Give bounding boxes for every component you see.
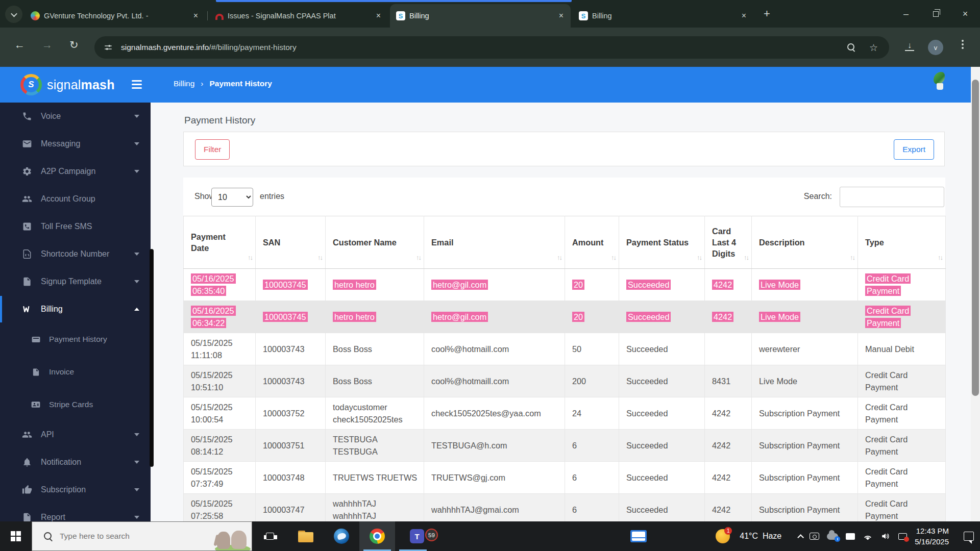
sidebar-item-payment-history[interactable]: Payment History — [0, 323, 151, 356]
column-header[interactable]: Payment Status ↑↓ — [619, 216, 705, 269]
table-row[interactable]: 05/15/2025 11:11:08 100003743 Boss Boss … — [184, 333, 946, 365]
taskbar-clock[interactable]: 12:43 PM 5/16/2025 — [915, 525, 949, 547]
sync-tray-icon[interactable] — [898, 533, 907, 540]
volume-icon[interactable] — [880, 532, 891, 541]
tab-issues[interactable]: Issues - SignalMash CPAAS Plat × — [209, 4, 388, 28]
window-minimize-button[interactable]: – — [891, 9, 921, 19]
sort-icon[interactable]: ↑↓ — [744, 253, 748, 262]
url-text[interactable]: signalmash.gventure.info/#/billing/payme… — [121, 43, 847, 52]
column-header[interactable]: Card Last 4 Digits ↑↓ — [705, 216, 752, 269]
column-header[interactable]: Type ↑↓ — [858, 216, 946, 269]
close-tab-icon[interactable]: × — [191, 11, 200, 20]
hamburger-menu-icon[interactable] — [132, 80, 142, 82]
search-icon[interactable] — [847, 43, 856, 52]
sidebar-item-voice[interactable]: Voice — [0, 103, 151, 130]
filter-button[interactable]: Filter — [195, 139, 230, 160]
column-header[interactable]: Email ↑↓ — [424, 216, 565, 269]
start-button[interactable] — [0, 531, 32, 541]
column-header[interactable]: Customer Name ↑↓ — [326, 216, 424, 269]
page-scrollbar[interactable] — [971, 67, 980, 521]
table-row[interactable]: 05/15/2025 07:37:49 100003748 TRUETWS TR… — [184, 462, 946, 494]
tab-search-button[interactable] — [5, 6, 22, 23]
scrollbar-thumb[interactable] — [972, 80, 979, 396]
sort-icon[interactable]: ↑↓ — [697, 253, 701, 262]
table-row[interactable]: 05/15/2025 10:51:10 100003743 Boss Boss … — [184, 365, 946, 397]
reload-button[interactable]: ↻ — [69, 39, 79, 51]
teams-button[interactable]: T 59 — [395, 521, 439, 551]
tab-gventure[interactable]: GVenture Technology Pvt. Ltd. - × — [24, 4, 205, 28]
tab-billing-2[interactable]: S Billing × — [573, 4, 753, 28]
window-restore-button[interactable] — [921, 9, 950, 19]
forward-button[interactable]: → — [42, 39, 53, 51]
sidebar-item-subscription[interactable]: Subscription — [0, 476, 151, 504]
sidebar-item-stripe-cards[interactable]: Stripe Cards — [0, 388, 151, 421]
header-avatar-image[interactable] — [933, 72, 948, 91]
back-button[interactable]: ← — [14, 39, 25, 51]
breadcrumb-section[interactable]: Billing — [174, 79, 194, 88]
sidebar-item-account-group[interactable]: Account Group — [0, 185, 151, 213]
new-tab-button[interactable]: + — [764, 7, 770, 20]
touch-keyboard-icon[interactable] — [630, 530, 647, 542]
taskbar-search[interactable] — [32, 521, 252, 551]
weather-text[interactable]: 41°C Haze — [740, 532, 781, 541]
window-close-button[interactable]: × — [950, 9, 980, 19]
sidebar-item-billing[interactable]: Billing — [0, 295, 151, 323]
sort-icon[interactable]: ↑↓ — [938, 253, 942, 262]
task-view-button[interactable] — [252, 521, 288, 551]
page-size-select[interactable]: 10 — [211, 188, 253, 207]
sort-icon[interactable]: ↑↓ — [248, 253, 252, 262]
cell-payment-date: 05/15/2025 07:37:49 — [184, 462, 256, 494]
file-explorer-button[interactable] — [288, 521, 324, 551]
sidebar-item-shortcode-number[interactable]: Shortcode Number — [0, 240, 151, 268]
sidebar-item-notification[interactable]: Notification — [0, 448, 151, 476]
wifi-icon[interactable] — [863, 533, 873, 540]
site-info-icon[interactable] — [104, 43, 113, 52]
tab-title: Billing — [409, 12, 553, 20]
address-bar[interactable]: signalmash.gventure.info/#/billing/payme… — [94, 36, 889, 59]
onedrive-icon[interactable] — [827, 533, 838, 540]
table-row[interactable]: 05/15/2025 08:14:12 100003751 TESTBUGA T… — [184, 430, 946, 462]
sidebar-item-signup-template[interactable]: Signup Template — [0, 268, 151, 295]
close-tab-icon[interactable]: × — [740, 11, 748, 20]
downloads-icon[interactable]: ↓ — [905, 42, 914, 51]
table-row[interactable]: 05/15/2025 10:00:54 100003752 todaycusto… — [184, 397, 946, 430]
camera-tray-icon[interactable] — [810, 533, 819, 540]
taskbar-search-input[interactable] — [60, 532, 214, 541]
tray-expand-icon[interactable] — [798, 534, 804, 541]
column-header[interactable]: Description ↑↓ — [752, 216, 858, 269]
thunderbird-button[interactable] — [324, 521, 359, 551]
profile-avatar[interactable]: v — [928, 40, 943, 55]
sidebar-item-api[interactable]: API — [0, 421, 151, 448]
bell-icon — [21, 457, 33, 467]
table-row[interactable]: 05/16/2025 06:34:22 100003745 hetro hetr… — [184, 301, 946, 333]
sidebar-item-invoice[interactable]: Invoice — [0, 356, 151, 388]
sidebar-scrollbar[interactable] — [150, 249, 154, 467]
close-tab-icon[interactable]: × — [374, 11, 383, 20]
sidebar-item-toll-free-sms[interactable]: Toll Free SMS — [0, 213, 151, 240]
sort-icon[interactable]: ↑↓ — [317, 253, 322, 262]
sidebar-item-messaging[interactable]: Messaging — [0, 130, 151, 158]
browser-menu-icon[interactable] — [962, 43, 964, 45]
sort-icon[interactable]: ↑↓ — [611, 253, 616, 262]
signalmash-logo[interactable]: signalmash — [20, 74, 115, 95]
weather-icon[interactable]: 1 — [716, 529, 730, 543]
sort-icon[interactable]: ↑↓ — [416, 253, 421, 262]
bookmark-star-icon[interactable]: ☆ — [869, 42, 878, 54]
display-tray-icon[interactable] — [846, 533, 855, 540]
table-search-input[interactable] — [840, 187, 944, 207]
chrome-button[interactable] — [359, 521, 395, 551]
users-icon — [21, 430, 33, 440]
sort-icon[interactable]: ↑↓ — [557, 253, 561, 262]
sidebar-item-a2p-campaign[interactable]: A2P Campaign — [0, 158, 151, 185]
column-header[interactable]: Payment Date ↑↓ — [184, 216, 256, 269]
action-center-icon[interactable] — [964, 532, 974, 541]
tab-billing-active[interactable]: S Billing × — [390, 4, 571, 28]
column-header[interactable]: Amount ↑↓ — [565, 216, 619, 269]
search-highlight-image[interactable] — [214, 521, 252, 551]
column-header[interactable]: SAN ↑↓ — [256, 216, 326, 269]
export-button[interactable]: Export — [894, 139, 934, 160]
tab-group-indicator — [216, 0, 572, 2]
sort-icon[interactable]: ↑↓ — [850, 253, 854, 262]
table-row[interactable]: 05/16/2025 06:35:40 100003745 hetro hetr… — [184, 269, 946, 301]
close-tab-icon[interactable]: × — [557, 11, 566, 20]
